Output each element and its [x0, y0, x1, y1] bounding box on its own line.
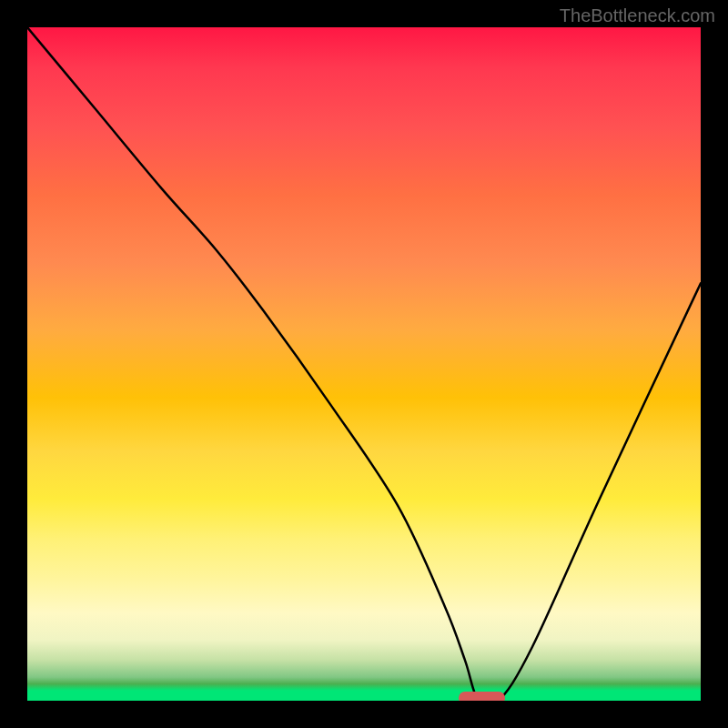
bottleneck-curve-path [27, 27, 701, 701]
watermark-text: TheBottleneck.com [560, 5, 715, 26]
chart-plot-area [27, 27, 701, 701]
optimal-range-marker [459, 692, 506, 701]
chart-curve-svg [27, 27, 701, 701]
